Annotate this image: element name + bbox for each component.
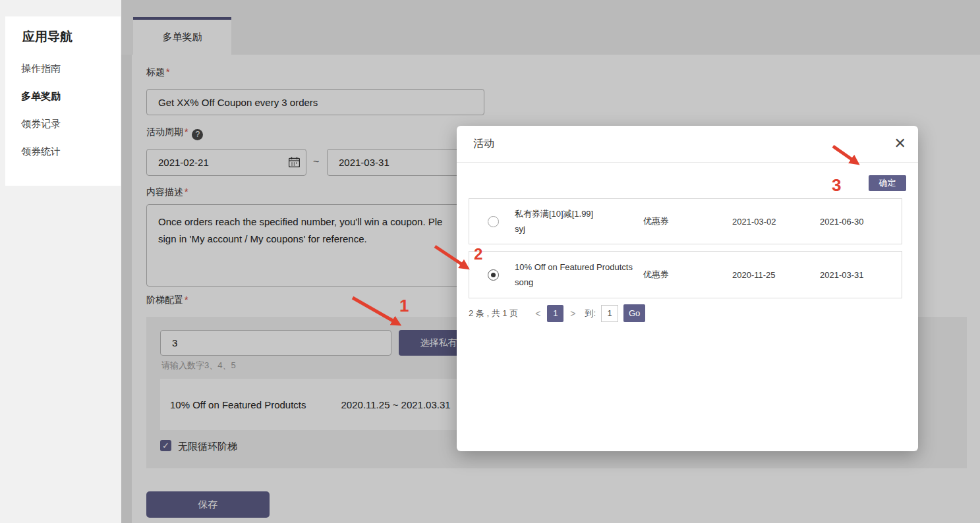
coupon-row-end: 2021-03-31 (820, 270, 864, 280)
radio-unselected[interactable] (488, 216, 499, 227)
pagination-summary: 2 条 , 共 1 页 (469, 308, 518, 319)
step1-number: 1 (399, 296, 409, 316)
page: 多单奖励 应用导航 操作指南 多单奖励 领券记录 领券统计 标题* 活动周期*?… (0, 0, 980, 523)
prev-page-icon[interactable]: < (535, 308, 540, 319)
step2-arrow (428, 240, 481, 279)
sidebar-item-guide[interactable]: 操作指南 (21, 61, 113, 76)
coupon-row-owner: syj (515, 221, 593, 236)
next-page-icon[interactable]: > (570, 308, 575, 319)
goto-label: 到: (585, 308, 596, 319)
step2-number: 2 (474, 245, 482, 263)
sidebar: 应用导航 操作指南 多单奖励 领券记录 领券统计 (0, 0, 121, 523)
sidebar-item-coupon-records[interactable]: 领券记录 (21, 116, 113, 132)
coupon-row-owner: song (515, 275, 633, 290)
coupon-row-type: 优惠券 (643, 269, 669, 281)
close-icon[interactable]: ✕ (894, 133, 906, 154)
radio-selected[interactable] (488, 269, 499, 281)
coupon-row-start: 2020-11-25 (732, 270, 776, 280)
sidebar-card: 应用导航 操作指南 多单奖励 领券记录 领券统计 (5, 16, 121, 186)
sidebar-item-coupon-stats[interactable]: 领券统计 (21, 144, 113, 159)
coupon-row-end: 2021-06-30 (820, 217, 864, 227)
coupon-row-name: 私有券满[10]减[1.99] (515, 206, 593, 221)
coupon-row-name: 10% Off on Featured Produtcts (515, 260, 633, 275)
pagination: 2 条 , 共 1 页 < 1 > 到: Go (469, 304, 645, 322)
go-button[interactable]: Go (623, 304, 645, 322)
coupon-row-type: 优惠券 (643, 215, 669, 227)
step3-arrow (826, 140, 873, 176)
coupon-row-start: 2021-03-02 (732, 217, 776, 227)
step3-number: 3 (832, 175, 841, 196)
coupon-row[interactable]: 10% Off on Featured Produtcts song 优惠券 2… (469, 251, 902, 298)
page-number-button[interactable]: 1 (547, 305, 563, 322)
coupon-row[interactable]: 私有券满[10]减[1.99] syj 优惠券 2021-03-02 2021-… (469, 198, 902, 244)
modal-title: 活动 (473, 137, 494, 151)
sidebar-title: 应用导航 (22, 28, 72, 45)
coupon-row-names: 私有券满[10]减[1.99] syj (515, 206, 593, 236)
goto-page-input[interactable] (601, 305, 618, 322)
confirm-button[interactable]: 确定 (869, 175, 906, 191)
coupon-row-names: 10% Off on Featured Produtcts song (515, 260, 633, 290)
sidebar-item-multi-order-reward[interactable]: 多单奖励 (21, 88, 113, 104)
